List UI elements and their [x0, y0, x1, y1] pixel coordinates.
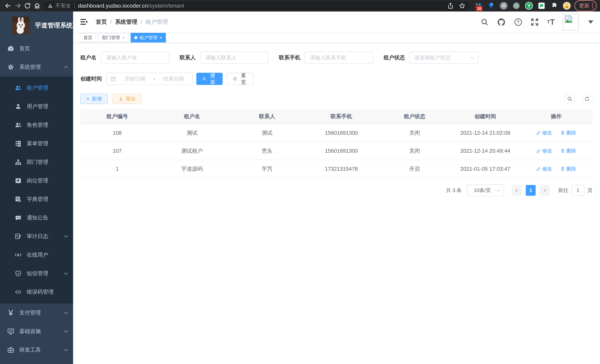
sidebar-item-home[interactable]: 首页	[0, 39, 73, 58]
fullscreen-icon[interactable]	[531, 18, 539, 26]
extension-chat-icon[interactable]	[537, 1, 546, 10]
broken-image-icon	[564, 15, 573, 23]
breadcrumb-system[interactable]: 系统管理	[115, 18, 137, 26]
tree-menu-icon	[14, 140, 22, 147]
close-icon[interactable]: ×	[122, 36, 125, 40]
github-icon[interactable]	[497, 18, 506, 27]
tag-tenant[interactable]: 租户管理 ×	[131, 33, 166, 42]
page-content: 租户名 联系人 联系手机 租户状态 请选择租户状态	[73, 43, 600, 364]
sidebar-logo[interactable]: 芋道管理系统	[0, 11, 73, 39]
browser-update-button[interactable]: 更新	[574, 0, 597, 11]
extensions-puzzle-icon[interactable]	[550, 1, 558, 10]
share-icon[interactable]	[447, 2, 454, 9]
trash-icon	[560, 131, 565, 135]
audit-log-icon	[14, 233, 22, 240]
browser-reload-button[interactable]	[23, 1, 32, 10]
breadcrumb-home[interactable]: 首页	[96, 18, 107, 26]
delete-link[interactable]: 删除	[560, 148, 576, 154]
phone-input[interactable]	[305, 52, 373, 64]
filter-row-2: 创建时间 开始日期 - 结束日期 搜索 重置	[80, 73, 593, 85]
sidebar-item-sms[interactable]: 短信管理	[0, 264, 73, 283]
tag-home[interactable]: 首页	[80, 33, 96, 42]
sidebar-item-infra[interactable]: 基础设施	[0, 322, 73, 341]
start-date-placeholder[interactable]: 开始日期	[120, 75, 150, 82]
next-page-button[interactable]	[540, 185, 550, 196]
page-number-1[interactable]: 1	[526, 185, 536, 196]
col-phone: 联系手机	[304, 109, 378, 124]
browser-menu-icon[interactable]	[592, 3, 593, 9]
extension-command-icon[interactable]: ⌘	[499, 1, 508, 10]
sidebar-item-audit-log[interactable]: 审计日志	[0, 227, 73, 246]
user-avatar[interactable]	[563, 14, 579, 30]
browser-back-button[interactable]	[3, 1, 13, 10]
edit-link[interactable]: 修改	[536, 166, 552, 172]
security-indicator[interactable]: 不安全	[47, 2, 71, 9]
col-actions: 操作	[520, 109, 593, 124]
col-contact: 联系人	[230, 109, 304, 124]
end-date-placeholder[interactable]: 结束日期	[159, 75, 188, 82]
refresh-table-button[interactable]	[582, 93, 593, 104]
goto-page-input[interactable]	[572, 185, 584, 196]
address-bar[interactable]: 不安全 dashboard.yudao.iocoder.cn/system/te…	[44, 1, 469, 10]
delete-link[interactable]: 删除	[560, 166, 576, 172]
browser-home-button[interactable]	[32, 1, 42, 10]
yen-icon	[7, 309, 15, 317]
sidebar-item-role[interactable]: 角色管理	[0, 116, 73, 134]
help-icon[interactable]: ?	[514, 18, 523, 26]
edit-link[interactable]: 修改	[536, 148, 552, 154]
header-search-icon[interactable]	[480, 18, 489, 26]
browser-forward-button[interactable]	[13, 1, 23, 10]
font-size-icon[interactable]: TT	[547, 18, 555, 27]
bookmark-star-icon[interactable]	[459, 2, 466, 9]
add-button[interactable]: + 新增	[80, 94, 108, 104]
sidebar-toggle-icon[interactable]	[80, 18, 88, 26]
date-range-picker[interactable]: 开始日期 - 结束日期	[106, 73, 193, 85]
search-icon	[202, 76, 206, 82]
sidebar-item-pay[interactable]: 支付管理	[0, 304, 73, 322]
sidebar-item-dept[interactable]: 部门管理	[0, 153, 73, 171]
page-size-select[interactable]: 10条/页	[467, 184, 504, 196]
status-select[interactable]: 请选择租户状态	[410, 52, 478, 64]
profile-avatar-icon[interactable]	[562, 1, 571, 10]
sidebar-item-online-user[interactable]: 在线用户	[0, 246, 73, 264]
delete-link[interactable]: 删除	[560, 130, 576, 136]
sidebar-item-menu[interactable]: 菜单管理	[0, 134, 73, 153]
pagination: 共 3 条 10条/页 1 前往 页	[80, 184, 593, 196]
url-text[interactable]: dashboard.yudao.iocoder.cn/system/tenant	[78, 3, 445, 9]
download-icon	[118, 96, 123, 102]
col-status: 租户状态	[378, 109, 451, 124]
search-button[interactable]: 搜索	[196, 73, 223, 85]
close-icon[interactable]: ×	[159, 36, 162, 40]
sidebar-item-dict[interactable]: 字典管理	[0, 190, 73, 208]
reset-button[interactable]: 重置	[227, 73, 253, 85]
sidebar-item-tenant[interactable]: 租户管理	[0, 79, 73, 97]
edit-link[interactable]: 修改	[536, 130, 552, 136]
extension-kite-icon[interactable]	[487, 1, 495, 10]
avatar-dropdown-caret[interactable]	[588, 20, 593, 24]
monitor-icon	[7, 328, 15, 335]
extension-devtools-icon[interactable]: 10	[474, 1, 483, 10]
extension-y-icon[interactable]: Y	[525, 1, 533, 10]
tenant-table: 租户编号 租户名 联系人 联系手机 租户状态 创建时间 操作 108 测试 测试	[80, 109, 593, 178]
sidebar-item-dev-tools[interactable]: 研发工具	[0, 341, 73, 359]
prev-page-button[interactable]	[512, 185, 521, 196]
table-toolbar: + 新增 导出	[80, 93, 593, 104]
calendar-icon	[110, 76, 116, 82]
sidebar-item-user[interactable]: 用户管理	[0, 97, 73, 116]
sidebar-item-post[interactable]: 岗位管理	[0, 171, 73, 190]
export-button[interactable]: 导出	[112, 94, 141, 104]
sidebar-item-error-code[interactable]: 错误码管理	[0, 283, 73, 301]
tenant-name-input[interactable]	[101, 52, 169, 64]
sidebar-item-system[interactable]: 系统管理	[0, 58, 73, 76]
tag-dept[interactable]: 部门管理 ×	[98, 33, 128, 42]
table-row: 108 测试 测试 15601691300 关闭 2021-12-14 21:0…	[80, 124, 593, 142]
sidebar-item-notice[interactable]: 通知公告	[0, 208, 73, 227]
chevron-down-icon	[64, 233, 68, 238]
extension-record-icon[interactable]	[512, 1, 521, 10]
app-header: 首页 / 系统管理 / 租户管理 ? T	[73, 11, 600, 32]
edit-pencil-icon	[536, 149, 541, 153]
col-tenant-id: 租户编号	[80, 109, 154, 124]
table-header-row: 租户编号 租户名 联系人 联系手机 租户状态 创建时间 操作	[80, 109, 593, 124]
toggle-search-button[interactable]	[564, 93, 575, 104]
contact-input[interactable]	[200, 52, 268, 64]
